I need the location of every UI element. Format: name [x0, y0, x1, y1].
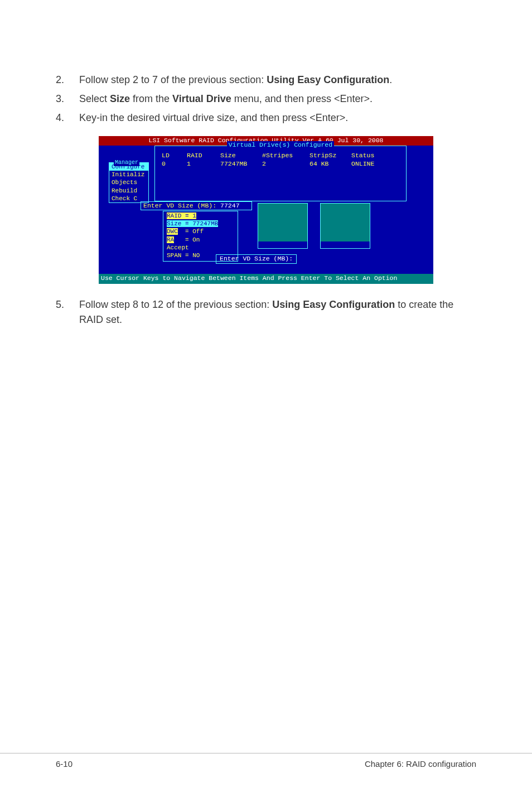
- prop-raid[interactable]: RAID = 1: [167, 212, 234, 220]
- enter-value: 77247: [220, 202, 240, 209]
- step-text: Select Size from the Virtual Drive menu,…: [79, 91, 476, 107]
- enter-vd-size-field[interactable]: Enter VD Size (MB): 77247: [141, 201, 252, 210]
- bios-screen: LSI Software RAID Configuration Utility …: [99, 136, 433, 284]
- col-size: Size: [220, 152, 262, 160]
- vd-table: LD RAID Size #Stripes StripSz Status 0 1…: [155, 146, 406, 168]
- menu-item-rebuild[interactable]: Rebuild: [109, 187, 148, 195]
- prop-size[interactable]: Size = 77247MB: [167, 220, 234, 228]
- step-number: 3.: [56, 91, 79, 107]
- drive-block: [320, 203, 370, 249]
- bios-footer-hint: Use Cursor Keys to Navigate Between Item…: [99, 274, 433, 284]
- step-number: 2.: [56, 73, 79, 88]
- bios-body: Virtual Drive(s) Configured LD RAID Size…: [99, 146, 433, 274]
- col-status: Status: [351, 152, 390, 160]
- step-text: Follow step 2 to 7 of the previous secti…: [79, 73, 476, 88]
- vd-frame-title: Virtual Drive(s) Configured: [155, 141, 406, 149]
- step-5: 5. Follow step 8 to 12 of the previous s…: [56, 297, 476, 328]
- step-number: 5.: [56, 297, 79, 328]
- menu-title: Manager: [114, 159, 139, 166]
- drive-block: [258, 203, 308, 249]
- step-text: Follow step 8 to 12 of the previous sect…: [79, 297, 476, 328]
- drive-graphic-blocks: [258, 203, 370, 249]
- page-number: 6-10: [56, 759, 72, 769]
- prop-dwc[interactable]: DWC = Off: [167, 228, 234, 235]
- col-ld: LD: [162, 152, 187, 160]
- step-text: Key-in the desired virtual drive size, a…: [79, 110, 476, 126]
- menu-item-objects[interactable]: Objects: [109, 178, 148, 186]
- manager-menu[interactable]: Manager Configure Initializ Objects Rebu…: [109, 162, 149, 203]
- prop-ra[interactable]: RA = On: [167, 236, 234, 244]
- prop-accept[interactable]: Accept: [167, 244, 234, 252]
- vd-data-row: 0 1 77247MB 2 64 KB ONLINE: [162, 160, 399, 168]
- step-3: 3. Select Size from the Virtual Drive me…: [56, 91, 476, 107]
- menu-item-initialize[interactable]: Initializ: [109, 171, 148, 178]
- page-content: 2. Follow step 2 to 7 of the previous se…: [0, 0, 532, 328]
- virtual-drive-frame: Virtual Drive(s) Configured LD RAID Size…: [154, 146, 407, 201]
- step-number: 4.: [56, 110, 79, 126]
- vd-header-row: LD RAID Size #Stripes StripSz Status: [162, 152, 399, 160]
- enter-label: Enter VD Size (MB):: [143, 202, 220, 209]
- col-stripes: #Stripes: [262, 152, 309, 160]
- enter-vd-size-prompt: Enter VD Size (MB):: [216, 254, 297, 264]
- col-stripsz: StripSz: [309, 152, 351, 160]
- step-2: 2. Follow step 2 to 7 of the previous se…: [56, 73, 476, 88]
- chapter-label: Chapter 6: RAID configuration: [365, 759, 476, 769]
- col-raid: RAID: [187, 152, 220, 160]
- page-footer: 6-10 Chapter 6: RAID configuration: [0, 753, 532, 769]
- step-4: 4. Key-in the desired virtual drive size…: [56, 110, 476, 126]
